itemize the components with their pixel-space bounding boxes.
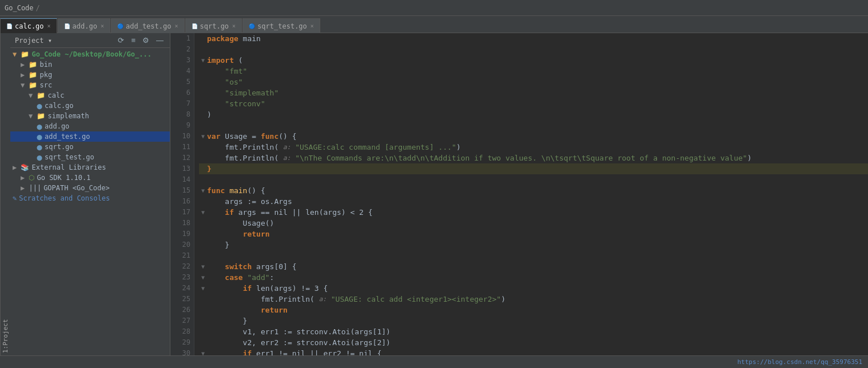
- tree-item-label: Go_Code ~/Desktop/Book/Go_...: [31, 50, 152, 58]
- fold-gutter[interactable]: ▼: [199, 131, 207, 142]
- fold-gutter[interactable]: ▼: [199, 207, 207, 218]
- code-token: "USAGE:calc command [arguments] ...": [290, 142, 456, 153]
- minimize-button[interactable]: —: [154, 35, 165, 45]
- tab-calc.go[interactable]: 📄calc.go×: [0, 18, 57, 33]
- tab-label: sqrt.go: [200, 22, 229, 30]
- line-number: 1: [170, 33, 190, 44]
- code-token: return: [261, 305, 288, 315]
- tree-item-label: src: [39, 81, 52, 89]
- settings-button[interactable]: ⚙: [141, 35, 151, 45]
- tab-close-button[interactable]: ×: [174, 23, 178, 29]
- sidebar-item-sqrt_test.go[interactable]: ⬤ sqrt_test.go: [10, 152, 170, 162]
- editor-area: 1234567891011121314151617181920212223242…: [170, 33, 868, 355]
- code-token: case: [225, 272, 242, 283]
- sidebar-item-calc_folder[interactable]: ▼ 📁calc: [10, 90, 170, 101]
- line-number: 5: [170, 77, 190, 87]
- sidebar-item-go_sdk[interactable]: ▶ ⬡Go SDK 1.10.1: [10, 173, 170, 183]
- tab-close-button[interactable]: ×: [232, 23, 236, 29]
- code-body[interactable]: package main▼import ( "fmt" "os" "simple…: [194, 33, 868, 355]
- sidebar-item-src[interactable]: ▼ 📁src: [10, 80, 170, 90]
- sidebar-item-scratches[interactable]: ✎ Scratches and Consoles: [10, 193, 170, 203]
- tree-item-label: pkg: [39, 71, 52, 79]
- code-token: len(args) != 3 {: [252, 283, 328, 294]
- tab-close-button[interactable]: ×: [101, 23, 104, 29]
- code-token: }: [207, 163, 212, 174]
- code-line: fmt.Println( a: "USAGE: calc add <intege…: [199, 294, 868, 305]
- line-number: 24: [170, 283, 190, 294]
- line-number: 17: [170, 207, 190, 218]
- tab-label: add.go: [73, 22, 97, 30]
- sync-button[interactable]: ⟳: [116, 35, 126, 45]
- tab-add.go[interactable]: 📄add.go×: [58, 18, 110, 33]
- code-line: }: [199, 163, 868, 174]
- code-token: "USAGE: calc add <integer1><integer2>": [327, 294, 501, 305]
- code-token: v1, err1 := strconv.Atoi(args[1]): [207, 326, 391, 337]
- line-number: 4: [170, 66, 190, 77]
- tree-item-icon: ▶ 📁: [21, 61, 37, 69]
- code-line: "fmt": [199, 66, 868, 77]
- tree-item-label: sqrt_test.go: [45, 153, 94, 161]
- code-token: }: [207, 239, 229, 250]
- title-separator: /: [36, 4, 40, 12]
- code-token: "add": [247, 272, 269, 283]
- fold-gutter[interactable]: ▼: [199, 261, 207, 272]
- tree-item-icon: ▶ ⬡: [21, 174, 34, 182]
- tree-item-icon: ▼ 📁: [13, 50, 29, 58]
- tab-close-button[interactable]: ×: [47, 23, 51, 29]
- code-token: Usage(): [207, 218, 274, 229]
- code-line: ▼ case "add":: [199, 272, 868, 283]
- project-panel-label[interactable]: 1:Project: [0, 33, 10, 355]
- sidebar-item-sqrt.go[interactable]: ⬤ sqrt.go: [10, 142, 170, 152]
- sidebar-item-external_libs[interactable]: ▶ 📚External Libraries: [10, 162, 170, 173]
- code-line: return: [199, 305, 868, 315]
- line-number: 30: [170, 348, 190, 355]
- sidebar: Project ▾ ⟳ ≡ ⚙ — ▼ 📁Go_Code ~/Desktop/B…: [10, 33, 170, 355]
- fold-gutter[interactable]: ▼: [199, 55, 207, 66]
- tree-item-label: simplemath: [47, 112, 89, 120]
- code-token: func: [207, 185, 225, 196]
- sidebar-item-bin[interactable]: ▶ 📁bin: [10, 59, 170, 70]
- tab-sqrt_test.go[interactable]: 🔵sqrt_test.go×: [242, 18, 320, 33]
- code-token: [207, 87, 225, 98]
- main-area: 1:Project Project ▾ ⟳ ≡ ⚙ — ▼ 📁Go_Code ~…: [0, 33, 868, 355]
- tree-item-label: sqrt.go: [45, 143, 74, 151]
- code-token: import: [207, 55, 234, 66]
- line-number: 7: [170, 98, 190, 109]
- code-token: a:: [283, 153, 290, 163]
- sidebar-item-simplemath_folder[interactable]: ▼ 📁simplemath: [10, 111, 170, 121]
- line-number: 6: [170, 87, 190, 98]
- status-bar-link[interactable]: https://blog.csdn.net/qq_35976351: [737, 358, 862, 366]
- line-numbers: 1234567891011121314151617181920212223242…: [170, 33, 194, 355]
- line-number: 18: [170, 218, 190, 229]
- tree-item-icon: ⬤: [37, 133, 42, 141]
- sidebar-item-gopath[interactable]: ▶ |||GOPATH <Go_Code>: [10, 183, 170, 193]
- line-number: 12: [170, 153, 190, 163]
- collapse-button[interactable]: ≡: [129, 35, 137, 45]
- fold-gutter[interactable]: ▼: [199, 348, 207, 355]
- line-number: 25: [170, 294, 190, 305]
- fold-gutter[interactable]: ▼: [199, 272, 207, 283]
- tab-add_test.go[interactable]: 🔵add_test.go×: [111, 18, 185, 33]
- sidebar-item-go_code[interactable]: ▼ 📁Go_Code ~/Desktop/Book/Go_...: [10, 49, 170, 59]
- tree-item-label: Go SDK 1.10.1: [37, 174, 90, 182]
- code-token: Usage =: [220, 131, 260, 142]
- code-line: [199, 120, 868, 131]
- line-number: 15: [170, 185, 190, 196]
- tab-file-icon: 🔵: [249, 23, 255, 29]
- code-token: "\nThe Commands are:\n\tadd\n\tAddition …: [290, 153, 747, 163]
- sidebar-item-calc.go[interactable]: ⬤ calc.go: [10, 101, 170, 111]
- tree-item-icon: ▶ 📁: [21, 71, 37, 79]
- fold-gutter[interactable]: ▼: [199, 185, 207, 196]
- fold-gutter[interactable]: ▼: [199, 283, 207, 294]
- sidebar-item-pkg[interactable]: ▶ 📁pkg: [10, 70, 170, 80]
- sidebar-item-add_test.go[interactable]: ⬤ add_test.go: [10, 131, 170, 142]
- tab-close-button[interactable]: ×: [310, 23, 314, 29]
- code-token: return: [243, 229, 270, 239]
- tab-sqrt.go[interactable]: 📄sqrt.go×: [185, 18, 242, 33]
- sidebar-item-add.go[interactable]: ⬤ add.go: [10, 121, 170, 131]
- code-token: if: [243, 283, 252, 294]
- code-token: var: [207, 131, 220, 142]
- tree-item-label: add_test.go: [45, 133, 90, 141]
- code-line: ▼ if err1 != nil || err2 != nil {: [199, 348, 868, 355]
- code-token: "strconv": [225, 98, 265, 109]
